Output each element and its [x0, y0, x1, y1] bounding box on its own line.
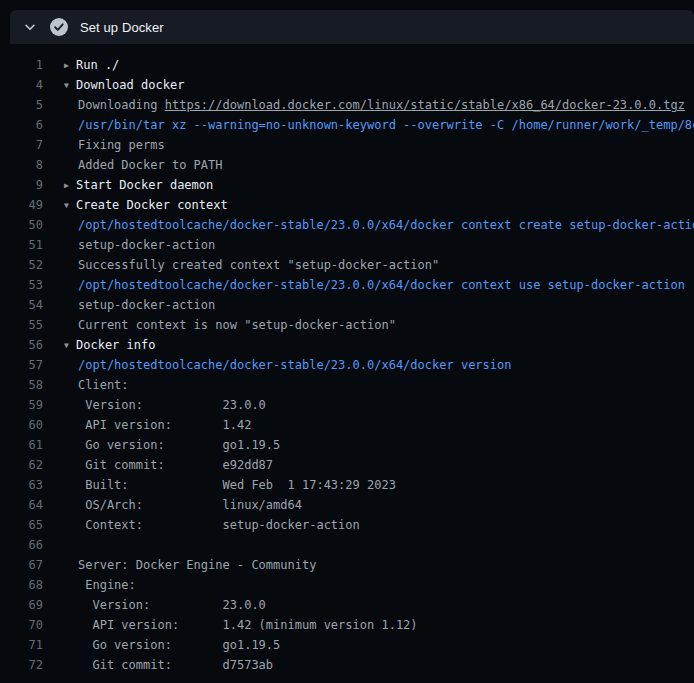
line-number[interactable]: 70	[0, 615, 43, 635]
log-line: 71 Go version: go1.19.5	[0, 635, 694, 655]
log-line: 59 Version: 23.0.0	[0, 395, 694, 415]
log-text: Server: Docker Engine - Community	[78, 555, 316, 575]
log-text: Successfully created context "setup-dock…	[78, 255, 439, 275]
triangle-down-icon: ▼	[64, 76, 76, 95]
triangle-down-icon: ▼	[64, 336, 76, 355]
log-line: 62 Git commit: e92dd87	[0, 455, 694, 475]
triangle-right-icon: ▶	[64, 176, 76, 195]
log-command: /opt/hostedtoolcache/docker-stable/23.0.…	[78, 215, 694, 235]
log-body: 1▶Run ./4▼Download docker5Downloading ht…	[0, 44, 694, 675]
line-number[interactable]: 69	[0, 595, 43, 615]
chevron-down-icon[interactable]	[22, 19, 38, 35]
line-number[interactable]: 4	[0, 75, 43, 95]
group-title: Docker info	[76, 338, 155, 352]
line-number[interactable]: 65	[0, 515, 43, 535]
log-command: /opt/hostedtoolcache/docker-stable/23.0.…	[78, 275, 685, 295]
line-number[interactable]: 5	[0, 95, 43, 115]
log-text: Go version: go1.19.5	[78, 635, 280, 655]
log-text: Go version: go1.19.5	[78, 435, 280, 455]
log-text: Added Docker to PATH	[78, 155, 223, 175]
line-number[interactable]: 49	[0, 195, 43, 215]
log-text: API version: 1.42	[78, 415, 251, 435]
log-command: /opt/hostedtoolcache/docker-stable/23.0.…	[78, 355, 511, 375]
line-number[interactable]: 55	[0, 315, 43, 335]
line-number[interactable]: 71	[0, 635, 43, 655]
log-line: 52Successfully created context "setup-do…	[0, 255, 694, 275]
log-group-toggle[interactable]: ▶Run ./	[64, 55, 119, 75]
line-number[interactable]: 72	[0, 655, 43, 675]
line-number[interactable]: 57	[0, 355, 43, 375]
line-number[interactable]: 6	[0, 115, 43, 135]
log-line: 63 Built: Wed Feb 1 17:43:29 2023	[0, 475, 694, 495]
log-line: 65 Context: setup-docker-action	[0, 515, 694, 535]
line-number[interactable]: 51	[0, 235, 43, 255]
log-line: 61 Go version: go1.19.5	[0, 435, 694, 455]
log-line: 53/opt/hostedtoolcache/docker-stable/23.…	[0, 275, 694, 295]
log-line: 72 Git commit: d7573ab	[0, 655, 694, 675]
log-text: Version: 23.0.0	[78, 395, 266, 415]
log-text: Client:	[78, 375, 129, 395]
group-title: Start Docker daemon	[76, 178, 213, 192]
line-number[interactable]: 52	[0, 255, 43, 275]
log-line: 5Downloading https://download.docker.com…	[0, 95, 694, 115]
log-text: Built: Wed Feb 1 17:43:29 2023	[78, 475, 396, 495]
line-number[interactable]: 53	[0, 275, 43, 295]
line-number[interactable]: 9	[0, 175, 43, 195]
line-number[interactable]: 68	[0, 575, 43, 595]
log-text: Context: setup-docker-action	[78, 515, 360, 535]
log-line: 58Client:	[0, 375, 694, 395]
log-text: Engine:	[78, 575, 136, 595]
log-line: 7Fixing perms	[0, 135, 694, 155]
log-line: 6/usr/bin/tar xz --warning=no-unknown-ke…	[0, 115, 694, 135]
line-number[interactable]: 1	[0, 55, 43, 75]
log-line: 70 API version: 1.42 (minimum version 1.…	[0, 615, 694, 635]
log-text: setup-docker-action	[78, 295, 215, 315]
line-number[interactable]: 60	[0, 415, 43, 435]
log-text: Git commit: d7573ab	[78, 655, 273, 675]
step-title: Set up Docker	[80, 20, 164, 35]
log-text: setup-docker-action	[78, 235, 215, 255]
line-number[interactable]: 59	[0, 395, 43, 415]
log-url-link[interactable]: https://download.docker.com/linux/static…	[165, 98, 685, 112]
log-text: OS/Arch: linux/amd64	[78, 495, 302, 515]
line-number[interactable]: 64	[0, 495, 43, 515]
triangle-down-icon: ▼	[64, 196, 76, 215]
log-group-toggle[interactable]: ▼Download docker	[64, 75, 184, 95]
line-number[interactable]: 63	[0, 475, 43, 495]
log-line: 69 Version: 23.0.0	[0, 595, 694, 615]
log-text: Current context is now "setup-docker-act…	[78, 315, 396, 335]
log-group-toggle[interactable]: ▶Start Docker daemon	[64, 175, 213, 195]
log-text-prefix: Downloading	[78, 98, 165, 112]
group-title: Run ./	[76, 58, 119, 72]
log-command: /usr/bin/tar xz --warning=no-unknown-key…	[78, 115, 694, 135]
line-number[interactable]: 58	[0, 375, 43, 395]
log-line: 1▶Run ./	[0, 55, 694, 75]
log-group-toggle[interactable]: ▼Create Docker context	[64, 195, 228, 215]
log-line: 66	[0, 535, 694, 555]
step-header[interactable]: Set up Docker	[10, 10, 694, 44]
line-number[interactable]: 67	[0, 555, 43, 575]
workflow-log-panel: Set up Docker 1▶Run ./4▼Download docker5…	[0, 10, 694, 675]
line-number[interactable]: 66	[0, 535, 43, 555]
log-line: 51setup-docker-action	[0, 235, 694, 255]
log-group-toggle[interactable]: ▼Docker info	[64, 335, 155, 355]
group-title: Download docker	[76, 78, 184, 92]
line-number[interactable]: 7	[0, 135, 43, 155]
log-line: 60 API version: 1.42	[0, 415, 694, 435]
line-number[interactable]: 56	[0, 335, 43, 355]
log-line: 49▼Create Docker context	[0, 195, 694, 215]
log-line: 64 OS/Arch: linux/amd64	[0, 495, 694, 515]
log-line: 50/opt/hostedtoolcache/docker-stable/23.…	[0, 215, 694, 235]
log-text: Version: 23.0.0	[78, 595, 266, 615]
triangle-right-icon: ▶	[64, 56, 76, 75]
log-line: 67Server: Docker Engine - Community	[0, 555, 694, 575]
line-number[interactable]: 61	[0, 435, 43, 455]
line-number[interactable]: 62	[0, 455, 43, 475]
log-text: Git commit: e92dd87	[78, 455, 273, 475]
line-number[interactable]: 8	[0, 155, 43, 175]
log-line: 55Current context is now "setup-docker-a…	[0, 315, 694, 335]
log-line: 8Added Docker to PATH	[0, 155, 694, 175]
line-number[interactable]: 50	[0, 215, 43, 235]
log-line: 68 Engine:	[0, 575, 694, 595]
line-number[interactable]: 54	[0, 295, 43, 315]
